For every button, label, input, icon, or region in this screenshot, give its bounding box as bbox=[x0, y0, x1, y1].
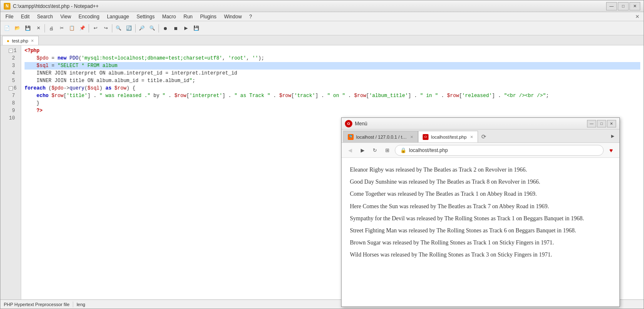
tab2-favicon: O bbox=[423, 134, 429, 140]
toolbar-sep-3 bbox=[112, 24, 112, 32]
fold-icon-1[interactable]: − bbox=[9, 49, 13, 53]
code-token: ] . bbox=[408, 92, 420, 100]
address-bar: ◀ ▶ ↻ ⊞ 🔒 localhost/test.php ♥ bbox=[342, 143, 619, 158]
code-line-9: ?> bbox=[25, 107, 640, 115]
tb-zoom-in[interactable]: 🔎 bbox=[137, 23, 147, 33]
tb-macro-stop[interactable]: ⏹ bbox=[171, 23, 181, 33]
code-token bbox=[25, 115, 27, 122]
home-button[interactable]: ⊞ bbox=[382, 145, 392, 155]
code-token: -> bbox=[64, 85, 69, 92]
code-token: ; bbox=[192, 77, 195, 85]
line-num-1: −1 bbox=[0, 47, 18, 55]
tab1-label: localhost / 127.0.0.1 / test bbox=[356, 135, 407, 140]
result-text-8: Wild Horses was released by The Rolling … bbox=[350, 252, 552, 258]
new-tab-button[interactable]: ⟳ bbox=[479, 132, 489, 142]
line-num-9: 9 bbox=[0, 107, 18, 115]
code-token: ] . bbox=[492, 92, 504, 100]
tb-redo[interactable]: ↪ bbox=[101, 23, 111, 33]
code-token: 'root' bbox=[228, 55, 246, 62]
menu-encoding[interactable]: Encoding bbox=[75, 12, 103, 21]
menu-close-btn[interactable]: ✕ bbox=[633, 13, 642, 20]
menu-view[interactable]: View bbox=[57, 12, 74, 21]
code-token bbox=[25, 55, 37, 62]
code-token: ( bbox=[84, 85, 87, 92]
code-token: " as Track " bbox=[234, 92, 270, 100]
result-line-3: Come Together was released by The Beatle… bbox=[350, 189, 611, 199]
forward-button[interactable]: ▶ bbox=[357, 145, 367, 155]
code-token: <?php bbox=[25, 47, 40, 55]
code-token: by bbox=[151, 92, 163, 100]
code-token: . bbox=[166, 92, 175, 100]
tb-new[interactable]: 📄 bbox=[2, 23, 12, 33]
tb-macro-save[interactable]: 💾 bbox=[191, 23, 201, 33]
menu-search[interactable]: Search bbox=[34, 12, 56, 21]
tab2-close-icon[interactable]: ✕ bbox=[470, 135, 473, 139]
close-button[interactable]: ✕ bbox=[629, 2, 640, 10]
tb-save[interactable]: 💾 bbox=[23, 23, 33, 33]
menu-help[interactable]: ? bbox=[246, 12, 255, 21]
browser-minimize-button[interactable]: — bbox=[587, 120, 596, 127]
code-token: ); bbox=[258, 55, 264, 62]
tab-label: test.php bbox=[12, 38, 28, 43]
fold-icon-6[interactable]: − bbox=[9, 86, 13, 90]
tb-cut[interactable]: ✂ bbox=[57, 23, 67, 33]
reload-button[interactable]: ↻ bbox=[370, 145, 380, 155]
code-token: [ bbox=[459, 92, 462, 100]
tb-copy[interactable]: 📋 bbox=[67, 23, 77, 33]
status-filetype: PHP Hypertext Preprocessor file bbox=[4, 302, 73, 307]
tab-scroll-right-icon[interactable]: ▶ bbox=[608, 131, 618, 141]
code-token: "<br /><br />" bbox=[504, 92, 546, 100]
tb-print[interactable]: 🖨 bbox=[46, 23, 56, 33]
tab-testphp[interactable]: ● test.php ✕ bbox=[2, 36, 39, 45]
browser-maximize-button[interactable]: □ bbox=[597, 120, 606, 127]
menu-edit[interactable]: Edit bbox=[17, 12, 33, 21]
minimize-button[interactable]: — bbox=[606, 2, 617, 10]
menu-window[interactable]: Window bbox=[220, 12, 245, 21]
menubar: File Edit Search View Encoding Language … bbox=[0, 12, 644, 21]
code-token: INNER JOIN interpret ON album.interpret_… bbox=[25, 70, 237, 77]
code-token: [ bbox=[64, 92, 67, 100]
menu-settings[interactable]: Settings bbox=[133, 12, 158, 21]
tb-macro-play[interactable]: ▶ bbox=[181, 23, 191, 33]
status-right: leng bbox=[77, 302, 85, 307]
browser-close-button[interactable]: ✕ bbox=[607, 120, 616, 127]
menu-run[interactable]: Run bbox=[180, 12, 196, 21]
menu-macro[interactable]: Macro bbox=[159, 12, 179, 21]
tab-close-icon[interactable]: ✕ bbox=[31, 39, 34, 43]
tb-undo[interactable]: ↩ bbox=[90, 23, 100, 33]
menu-plugins[interactable]: Plugins bbox=[197, 12, 220, 21]
toolbar: 📄 📂 💾 ✕ 🖨 ✂ 📋 📌 ↩ ↪ 🔍 🔄 🔎 🔍 ⏺ ⏹ ▶ 💾 bbox=[0, 21, 644, 35]
code-token: $row bbox=[447, 92, 459, 100]
code-token: $row bbox=[354, 92, 366, 100]
menu-file[interactable]: File bbox=[2, 12, 17, 21]
tb-replace[interactable]: 🔄 bbox=[124, 23, 134, 33]
tb-find[interactable]: 🔍 bbox=[114, 23, 124, 33]
maximize-button[interactable]: □ bbox=[618, 2, 629, 10]
browser-content: Eleanor Rigby was released by The Beatle… bbox=[342, 158, 619, 307]
code-token: " bbox=[189, 77, 192, 85]
tb-open[interactable]: 📂 bbox=[12, 23, 22, 33]
tb-paste[interactable]: 📌 bbox=[77, 23, 87, 33]
tb-closeall[interactable]: ✕ bbox=[33, 23, 43, 33]
browser-tab-1[interactable]: 🐬 localhost / 127.0.0.1 / test ✕ bbox=[343, 131, 418, 142]
tab-bar: ● test.php ✕ bbox=[0, 35, 644, 45]
address-input[interactable]: 🔒 localhost/test.php bbox=[395, 145, 604, 156]
bookmark-button[interactable]: ♥ bbox=[606, 145, 616, 155]
tb-macro-rec[interactable]: ⏺ bbox=[160, 23, 170, 33]
browser-tab-2[interactable]: O localhost/test.php ✕ bbox=[418, 131, 478, 142]
code-token: . bbox=[345, 92, 354, 100]
code-line-2: $pdo = new PDO('mysql:host=localhost;dbn… bbox=[25, 55, 640, 62]
back-button[interactable]: ◀ bbox=[345, 145, 355, 155]
tb-zoom-out[interactable]: 🔍 bbox=[147, 23, 157, 33]
code-token: , bbox=[246, 55, 252, 62]
menu-language[interactable]: Language bbox=[104, 12, 132, 21]
code-token: 'track' bbox=[294, 92, 315, 100]
result-line-7: Brown Sugar was released by The Rolling … bbox=[350, 237, 611, 248]
code-line-7: echo $row['title'] . " was released ." b… bbox=[25, 92, 640, 100]
code-token: , bbox=[222, 55, 228, 62]
code-token: '' bbox=[252, 55, 258, 62]
code-token: ] . bbox=[222, 92, 234, 100]
code-token: [ bbox=[366, 92, 369, 100]
tab1-close-icon[interactable]: ✕ bbox=[410, 135, 414, 139]
code-token: 'mysql:host=localhost;dbname=test;charse… bbox=[82, 55, 222, 62]
